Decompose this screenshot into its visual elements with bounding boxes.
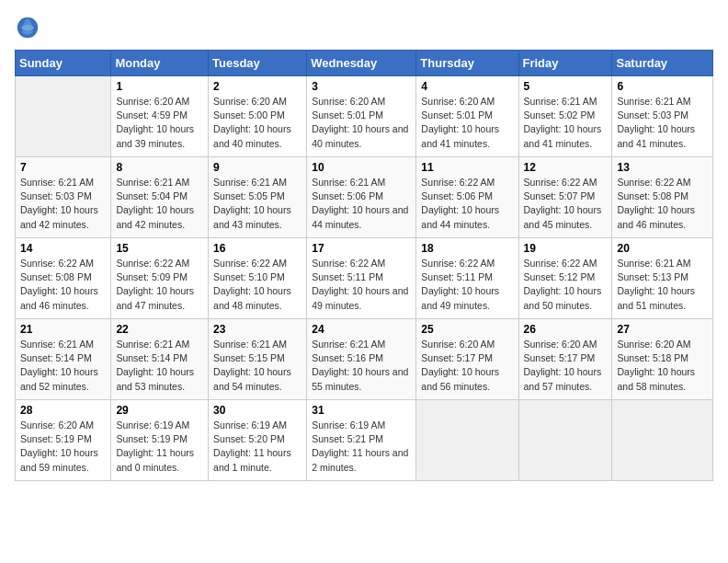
day-info: Sunrise: 6:22 AMSunset: 5:07 PMDaylight:… <box>524 176 608 232</box>
day-number: 22 <box>116 323 203 336</box>
header-day-sunday: Sunday <box>16 51 111 76</box>
page-header <box>15 15 713 40</box>
day-info: Sunrise: 6:21 AMSunset: 5:03 PMDaylight:… <box>20 176 106 232</box>
day-cell: 19Sunrise: 6:22 AMSunset: 5:12 PMDayligh… <box>518 238 612 319</box>
day-cell <box>612 400 713 481</box>
week-row-4: 21Sunrise: 6:21 AMSunset: 5:14 PMDayligh… <box>16 319 713 400</box>
logo-icon <box>15 15 40 40</box>
day-cell: 15Sunrise: 6:22 AMSunset: 5:09 PMDayligh… <box>111 238 209 319</box>
day-info: Sunrise: 6:20 AMSunset: 4:59 PMDaylight:… <box>116 95 203 151</box>
day-number: 2 <box>213 80 301 93</box>
day-number: 17 <box>312 242 411 255</box>
day-cell: 10Sunrise: 6:21 AMSunset: 5:06 PMDayligh… <box>307 157 416 238</box>
day-info: Sunrise: 6:21 AMSunset: 5:14 PMDaylight:… <box>20 338 106 394</box>
calendar-body: 1Sunrise: 6:20 AMSunset: 4:59 PMDaylight… <box>16 76 713 481</box>
day-info: Sunrise: 6:22 AMSunset: 5:10 PMDaylight:… <box>213 257 301 313</box>
day-cell: 22Sunrise: 6:21 AMSunset: 5:14 PMDayligh… <box>111 319 209 400</box>
day-number: 27 <box>617 323 708 336</box>
header-day-thursday: Thursday <box>416 51 518 76</box>
day-number: 19 <box>524 242 608 255</box>
day-info: Sunrise: 6:20 AMSunset: 5:01 PMDaylight:… <box>421 95 513 151</box>
day-info: Sunrise: 6:20 AMSunset: 5:17 PMDaylight:… <box>421 338 513 394</box>
day-cell: 11Sunrise: 6:22 AMSunset: 5:06 PMDayligh… <box>416 157 518 238</box>
day-info: Sunrise: 6:21 AMSunset: 5:15 PMDaylight:… <box>213 338 301 394</box>
calendar-table: SundayMondayTuesdayWednesdayThursdayFrid… <box>15 50 713 481</box>
day-cell: 13Sunrise: 6:22 AMSunset: 5:08 PMDayligh… <box>612 157 713 238</box>
day-cell: 31Sunrise: 6:19 AMSunset: 5:21 PMDayligh… <box>307 400 416 481</box>
day-cell: 30Sunrise: 6:19 AMSunset: 5:20 PMDayligh… <box>209 400 307 481</box>
day-number: 16 <box>213 242 301 255</box>
day-cell <box>16 76 111 157</box>
header-day-monday: Monday <box>111 51 209 76</box>
day-number: 5 <box>524 80 608 93</box>
day-cell: 14Sunrise: 6:22 AMSunset: 5:08 PMDayligh… <box>16 238 111 319</box>
day-info: Sunrise: 6:20 AMSunset: 5:00 PMDaylight:… <box>213 95 301 151</box>
day-info: Sunrise: 6:20 AMSunset: 5:18 PMDaylight:… <box>617 338 708 394</box>
day-cell: 7Sunrise: 6:21 AMSunset: 5:03 PMDaylight… <box>16 157 111 238</box>
day-info: Sunrise: 6:19 AMSunset: 5:20 PMDaylight:… <box>213 419 301 475</box>
day-info: Sunrise: 6:19 AMSunset: 5:21 PMDaylight:… <box>312 419 411 475</box>
day-cell: 25Sunrise: 6:20 AMSunset: 5:17 PMDayligh… <box>416 319 518 400</box>
day-info: Sunrise: 6:20 AMSunset: 5:01 PMDaylight:… <box>312 95 411 151</box>
day-number: 28 <box>20 404 106 417</box>
day-cell: 29Sunrise: 6:19 AMSunset: 5:19 PMDayligh… <box>111 400 209 481</box>
calendar-header: SundayMondayTuesdayWednesdayThursdayFrid… <box>16 51 713 76</box>
day-cell: 1Sunrise: 6:20 AMSunset: 4:59 PMDaylight… <box>111 76 209 157</box>
day-info: Sunrise: 6:21 AMSunset: 5:16 PMDaylight:… <box>312 338 411 394</box>
day-cell: 23Sunrise: 6:21 AMSunset: 5:15 PMDayligh… <box>209 319 307 400</box>
day-number: 26 <box>524 323 608 336</box>
day-cell: 27Sunrise: 6:20 AMSunset: 5:18 PMDayligh… <box>612 319 713 400</box>
day-number: 3 <box>312 80 411 93</box>
day-info: Sunrise: 6:22 AMSunset: 5:08 PMDaylight:… <box>617 176 708 232</box>
day-info: Sunrise: 6:20 AMSunset: 5:19 PMDaylight:… <box>20 419 106 475</box>
day-cell: 17Sunrise: 6:22 AMSunset: 5:11 PMDayligh… <box>307 238 416 319</box>
header-row: SundayMondayTuesdayWednesdayThursdayFrid… <box>16 51 713 76</box>
day-number: 4 <box>421 80 513 93</box>
day-number: 30 <box>213 404 301 417</box>
day-number: 12 <box>524 161 608 174</box>
day-number: 23 <box>213 323 301 336</box>
day-info: Sunrise: 6:21 AMSunset: 5:02 PMDaylight:… <box>524 95 608 151</box>
day-cell: 12Sunrise: 6:22 AMSunset: 5:07 PMDayligh… <box>518 157 612 238</box>
day-cell: 21Sunrise: 6:21 AMSunset: 5:14 PMDayligh… <box>16 319 111 400</box>
day-info: Sunrise: 6:22 AMSunset: 5:06 PMDaylight:… <box>421 176 513 232</box>
day-number: 10 <box>312 161 411 174</box>
week-row-1: 1Sunrise: 6:20 AMSunset: 4:59 PMDaylight… <box>16 76 713 157</box>
day-number: 7 <box>20 161 106 174</box>
day-info: Sunrise: 6:21 AMSunset: 5:05 PMDaylight:… <box>213 176 301 232</box>
day-number: 15 <box>116 242 203 255</box>
day-number: 8 <box>116 161 203 174</box>
day-info: Sunrise: 6:21 AMSunset: 5:06 PMDaylight:… <box>312 176 411 232</box>
week-row-5: 28Sunrise: 6:20 AMSunset: 5:19 PMDayligh… <box>16 400 713 481</box>
day-info: Sunrise: 6:22 AMSunset: 5:11 PMDaylight:… <box>312 257 411 313</box>
day-cell: 4Sunrise: 6:20 AMSunset: 5:01 PMDaylight… <box>416 76 518 157</box>
day-cell: 9Sunrise: 6:21 AMSunset: 5:05 PMDaylight… <box>209 157 307 238</box>
day-number: 9 <box>213 161 301 174</box>
day-number: 14 <box>20 242 106 255</box>
day-info: Sunrise: 6:22 AMSunset: 5:09 PMDaylight:… <box>116 257 203 313</box>
day-cell <box>416 400 518 481</box>
day-number: 11 <box>421 161 513 174</box>
day-cell: 28Sunrise: 6:20 AMSunset: 5:19 PMDayligh… <box>16 400 111 481</box>
logo <box>15 15 44 40</box>
day-cell: 18Sunrise: 6:22 AMSunset: 5:11 PMDayligh… <box>416 238 518 319</box>
header-day-wednesday: Wednesday <box>307 51 416 76</box>
week-row-3: 14Sunrise: 6:22 AMSunset: 5:08 PMDayligh… <box>16 238 713 319</box>
day-cell: 8Sunrise: 6:21 AMSunset: 5:04 PMDaylight… <box>111 157 209 238</box>
day-info: Sunrise: 6:21 AMSunset: 5:14 PMDaylight:… <box>116 338 203 394</box>
day-cell: 3Sunrise: 6:20 AMSunset: 5:01 PMDaylight… <box>307 76 416 157</box>
day-info: Sunrise: 6:20 AMSunset: 5:17 PMDaylight:… <box>524 338 608 394</box>
day-info: Sunrise: 6:22 AMSunset: 5:08 PMDaylight:… <box>20 257 106 313</box>
day-number: 29 <box>116 404 203 417</box>
header-day-friday: Friday <box>518 51 612 76</box>
day-info: Sunrise: 6:22 AMSunset: 5:11 PMDaylight:… <box>421 257 513 313</box>
day-info: Sunrise: 6:21 AMSunset: 5:03 PMDaylight:… <box>617 95 708 151</box>
day-cell: 6Sunrise: 6:21 AMSunset: 5:03 PMDaylight… <box>612 76 713 157</box>
day-number: 24 <box>312 323 411 336</box>
day-number: 31 <box>312 404 411 417</box>
day-info: Sunrise: 6:22 AMSunset: 5:12 PMDaylight:… <box>524 257 608 313</box>
day-cell: 26Sunrise: 6:20 AMSunset: 5:17 PMDayligh… <box>518 319 612 400</box>
day-cell <box>518 400 612 481</box>
day-info: Sunrise: 6:21 AMSunset: 5:04 PMDaylight:… <box>116 176 203 232</box>
day-cell: 16Sunrise: 6:22 AMSunset: 5:10 PMDayligh… <box>209 238 307 319</box>
